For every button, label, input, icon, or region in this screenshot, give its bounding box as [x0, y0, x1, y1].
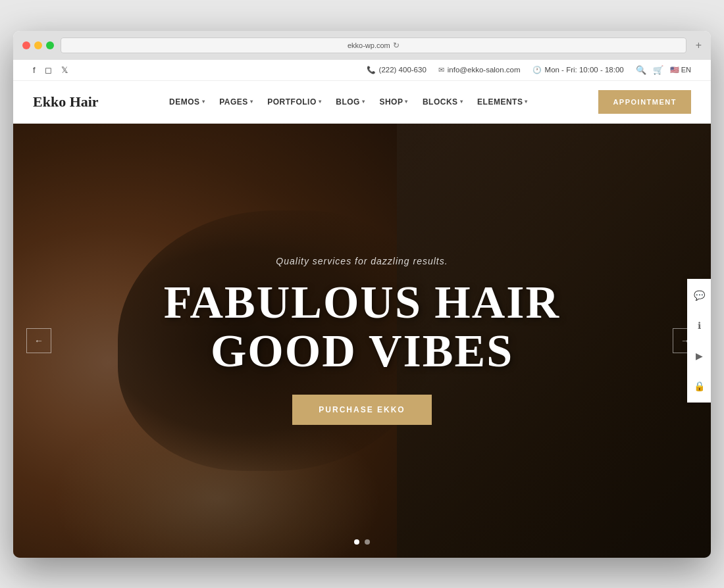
hero-content: Quality services for dazzling results. F…: [13, 124, 711, 558]
minimize-button[interactable]: [34, 41, 42, 49]
nav-blocks[interactable]: BLOCKS ▾: [423, 97, 463, 107]
email-address: info@ekko-salon.com: [448, 66, 521, 74]
hero-title-line2: GOOD VIBES: [211, 326, 513, 376]
chevron-down-icon: ▾: [250, 99, 253, 105]
instagram-link[interactable]: ◻: [45, 65, 52, 75]
url-text: ekko-wp.com: [348, 41, 390, 49]
website: f ◻ 𝕏 📞 (222) 400-630 ✉ info@ekko-salon.…: [13, 60, 711, 558]
language-code: EN: [681, 66, 691, 74]
nav-portfolio[interactable]: PORTFOLIO ▾: [267, 97, 321, 107]
appointment-button[interactable]: APPOINTMENT: [598, 90, 691, 114]
new-tab-button[interactable]: +: [696, 39, 702, 51]
nav-pages[interactable]: PAGES ▾: [219, 97, 253, 107]
contact-info: 📞 (222) 400-630 ✉ info@ekko-salon.com 🕐 …: [367, 65, 691, 75]
phone-item: 📞 (222) 400-630: [367, 66, 427, 74]
comment-icon[interactable]: 💬: [687, 285, 711, 305]
side-panel: 💬 ℹ ▶ 🔒: [687, 279, 711, 403]
clock-icon: 🕐: [532, 66, 542, 74]
browser-chrome: ekko-wp.com ↻ +: [13, 31, 711, 60]
top-bar: f ◻ 𝕏 📞 (222) 400-630 ✉ info@ekko-salon.…: [13, 60, 711, 81]
lock-icon[interactable]: 🔒: [687, 376, 711, 396]
site-logo[interactable]: Ekko Hair: [33, 93, 99, 110]
nav-blocks-label: BLOCKS: [423, 97, 458, 107]
browser-window: ekko-wp.com ↻ + f ◻ 𝕏 📞 (222) 400-630 ✉ …: [13, 31, 711, 558]
arrow-left-icon: ←: [34, 335, 43, 346]
slider-dot-1[interactable]: [354, 539, 359, 545]
chevron-down-icon: ▾: [202, 99, 205, 105]
info-icon[interactable]: ℹ: [687, 316, 711, 335]
chevron-down-icon: ▾: [405, 99, 408, 105]
cart-icon[interactable]: 🛒: [653, 65, 663, 75]
flag-icon: 🇺🇸: [670, 66, 679, 74]
hero-title-line1: FABULOUS HAIR: [164, 277, 560, 328]
chevron-down-icon: ▾: [525, 99, 528, 105]
nav-pages-label: PAGES: [219, 97, 248, 107]
hours-text: Mon - Fri: 10:00 - 18:00: [545, 66, 624, 74]
nav-blog-label: BLOG: [336, 97, 360, 107]
nav-demos[interactable]: DEMOS ▾: [169, 97, 205, 107]
nav-shop[interactable]: SHOP ▾: [379, 97, 408, 107]
top-actions: 🔍 🛒 🇺🇸 EN: [636, 65, 691, 75]
chevron-down-icon: ▾: [460, 99, 463, 105]
slider-dot-2[interactable]: [365, 539, 370, 545]
email-item: ✉ info@ekko-salon.com: [438, 66, 521, 74]
nav-portfolio-label: PORTFOLIO: [267, 97, 317, 107]
chevron-down-icon: ▾: [362, 99, 365, 105]
hero-cta-button[interactable]: PURCHASE EKKO: [292, 395, 431, 425]
hero-title: FABULOUS HAIR GOOD VIBES: [164, 278, 560, 375]
chevron-down-icon: ▾: [319, 99, 322, 105]
hero-tagline: Quality services for dazzling results.: [276, 256, 448, 266]
maximize-button[interactable]: [46, 41, 54, 49]
nav-menu: DEMOS ▾ PAGES ▾ PORTFOLIO ▾ BLOG ▾ SHOP: [169, 97, 528, 107]
nav-shop-label: SHOP: [379, 97, 403, 107]
social-links: f ◻ 𝕏: [33, 65, 68, 75]
refresh-icon[interactable]: ↻: [393, 41, 400, 50]
nav-blog[interactable]: BLOG ▾: [336, 97, 365, 107]
phone-icon: 📞: [367, 66, 376, 74]
nav-demos-label: DEMOS: [169, 97, 200, 107]
phone-number: (222) 400-630: [379, 66, 427, 74]
close-button[interactable]: [22, 41, 30, 49]
slider-prev-button[interactable]: ←: [26, 328, 51, 353]
nav-bar: Ekko Hair DEMOS ▾ PAGES ▾ PORTFOLIO ▾ BL…: [13, 81, 711, 124]
address-bar[interactable]: ekko-wp.com ↻: [61, 37, 686, 53]
play-icon[interactable]: ▶: [687, 346, 711, 366]
traffic-lights: [22, 41, 54, 49]
slider-dots: [354, 539, 370, 545]
language-selector[interactable]: 🇺🇸 EN: [670, 66, 691, 74]
search-icon[interactable]: 🔍: [636, 65, 646, 75]
twitter-link[interactable]: 𝕏: [61, 65, 68, 75]
email-icon: ✉: [438, 66, 444, 74]
nav-elements-label: ELEMENTS: [477, 97, 523, 107]
facebook-link[interactable]: f: [33, 65, 36, 75]
hero-section: Quality services for dazzling results. F…: [13, 124, 711, 558]
nav-elements[interactable]: ELEMENTS ▾: [477, 97, 528, 107]
hours-item: 🕐 Mon - Fri: 10:00 - 18:00: [532, 66, 624, 74]
